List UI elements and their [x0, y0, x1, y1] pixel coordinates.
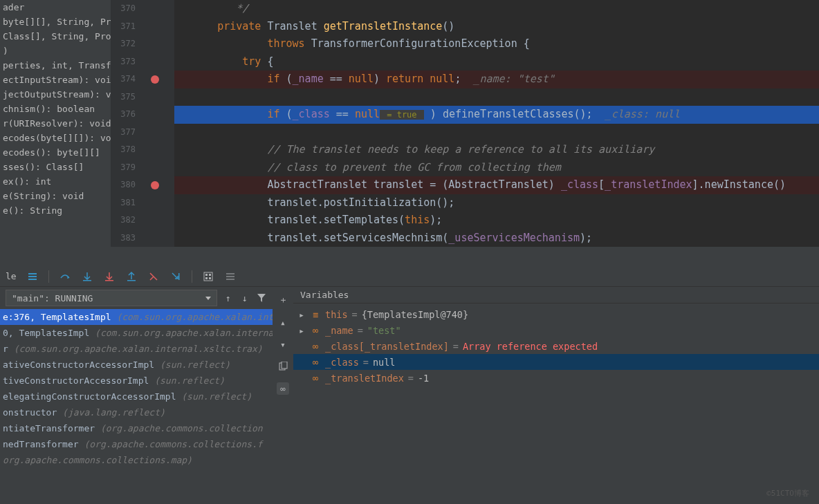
code-area[interactable]: */ private Translet getTransletInstance(… [174, 0, 819, 247]
svg-rect-7 [204, 272, 212, 281]
plus-icon[interactable]: ＋ [277, 294, 289, 306]
line-number[interactable]: 371 [111, 18, 136, 36]
stack-frame[interactable]: ativeConstructorAccessorImpl (sun.reflec… [0, 357, 273, 373]
line-number[interactable]: 378 [111, 141, 136, 159]
code-line-378[interactable]: // The translet needs to keep a referenc… [174, 141, 819, 159]
code-editor[interactable]: 3703713723733743753763773783793803813823… [111, 0, 819, 247]
code-line-382[interactable]: translet.setTemplates(this); [174, 212, 819, 230]
structure-item[interactable]: jectOutputStream): v [0, 87, 111, 102]
copy-icon[interactable] [277, 360, 289, 373]
structure-item[interactable]: ex(): int [0, 174, 111, 189]
svg-rect-5 [127, 280, 136, 281]
variable-row[interactable]: ▸∞_name = "test" [293, 322, 819, 338]
trace-icon[interactable] [224, 270, 237, 283]
frame-list[interactable]: e:376, TemplatesImpl (com.sun.org.apache… [0, 309, 273, 504]
svg-rect-11 [209, 277, 211, 279]
structure-item[interactable]: r(URIResolver): void [0, 116, 111, 131]
run-to-cursor-icon[interactable] [169, 270, 182, 283]
line-number[interactable]: 382 [111, 212, 136, 230]
svg-rect-4 [105, 280, 113, 281]
gutter-markers [138, 0, 174, 247]
filter-icon[interactable] [256, 292, 267, 304]
breakpoint-icon[interactable] [151, 75, 159, 84]
frames-header: "main": RUNNING ↑ ↓ [0, 287, 273, 309]
structure-item[interactable]: ecodes(byte[][]): void [0, 131, 111, 145]
code-line-371[interactable]: private Translet getTransletInstance() [174, 18, 819, 36]
expand-icon[interactable]: ▸ [299, 309, 306, 320]
code-line-376[interactable]: if (_class == null = true ) defineTransl… [174, 106, 819, 124]
structure-item[interactable]: perties, int, Transform [0, 58, 111, 73]
arrow-down-icon[interactable]: ↓ [239, 292, 250, 304]
structure-item[interactable]: ectInputStream): void [0, 73, 111, 87]
line-number[interactable]: 372 [111, 35, 136, 53]
thread-selector[interactable]: "main": RUNNING [6, 290, 217, 306]
step-out-icon[interactable] [125, 270, 138, 283]
stack-frame[interactable]: ntiateTransformer (org.apache.commons.co… [0, 420, 273, 436]
debug-toolbar: le [0, 266, 819, 287]
line-number[interactable]: 377 [111, 124, 136, 142]
code-line-375[interactable] [174, 88, 819, 106]
line-number[interactable]: 375 [111, 88, 136, 106]
svg-rect-10 [205, 277, 208, 279]
step-over-icon[interactable] [59, 270, 71, 283]
code-line-372[interactable]: throws TransformerConfigurationException… [174, 35, 819, 53]
structure-item[interactable]: ader [0, 0, 111, 15]
stack-frame[interactable]: onstructor (java.lang.reflect) [0, 404, 273, 420]
step-into-icon[interactable] [81, 270, 93, 283]
code-line-380[interactable]: AbstractTranslet translet = (AbstractTra… [174, 176, 819, 194]
stack-frame[interactable]: nedTransformer (org.apache.commons.colle… [0, 436, 273, 452]
code-line-370[interactable]: */ [174, 0, 819, 18]
variables-panel: Variables ▸≡this = {TemplatesImpl@740}▸∞… [293, 287, 819, 504]
show-exec-point-icon[interactable] [26, 270, 39, 283]
structure-item[interactable]: chnism(): boolean [0, 102, 111, 116]
structure-item[interactable]: Class[], String, Prope [0, 29, 111, 44]
code-line-383[interactable]: translet.setServicesMechnism(_useService… [174, 230, 819, 248]
code-line-379[interactable]: // class to prevent the GC from collecti… [174, 159, 819, 177]
breakpoint-icon[interactable] [151, 181, 159, 189]
code-line-381[interactable]: translet.postInitialization(); [174, 194, 819, 212]
structure-item[interactable]: e(String): void [0, 189, 111, 203]
svg-rect-1 [28, 273, 37, 274]
stack-frame[interactable]: tiveConstructorAccessorImpl (sun.reflect… [0, 373, 273, 389]
scroll-down-icon[interactable]: ▾ [277, 338, 289, 351]
line-number[interactable]: 373 [111, 53, 136, 71]
variable-row[interactable]: ∞_class = null [293, 354, 819, 370]
watch-icon[interactable]: ∞ [277, 382, 289, 395]
structure-item[interactable]: sses(): Class[] [0, 160, 111, 174]
code-line-373[interactable]: try { [174, 53, 819, 71]
evaluate-icon[interactable] [202, 270, 214, 283]
structure-item[interactable]: e(): String [0, 203, 111, 218]
expand-icon[interactable]: ▸ [299, 325, 306, 336]
scroll-up-icon[interactable]: ▴ [277, 316, 289, 328]
debug-panel: "main": RUNNING ↑ ↓ e:376, TemplatesImpl… [0, 287, 819, 504]
line-number[interactable]: 376 [111, 106, 136, 124]
svg-rect-13 [226, 276, 234, 277]
stack-frame[interactable]: e:376, TemplatesImpl (com.sun.org.apache… [0, 309, 273, 325]
variable-row[interactable]: ∞_class[_transletIndex] = Array referenc… [293, 338, 819, 354]
stack-frame[interactable]: r (com.sun.org.apache.xalan.internal.xsl… [0, 341, 273, 357]
divider [0, 247, 819, 266]
line-number[interactable]: 381 [111, 194, 136, 212]
line-number[interactable]: 374 [111, 71, 136, 88]
variable-row[interactable]: ∞_transletIndex = -1 [293, 370, 819, 386]
variable-row[interactable]: ▸≡this = {TemplatesImpl@740} [293, 306, 819, 322]
force-step-into-icon[interactable] [103, 270, 116, 283]
drop-frame-icon[interactable] [147, 270, 160, 283]
line-number[interactable]: 370 [111, 0, 136, 18]
ide-app: aderbyte[][], String, PropeClass[], Stri… [0, 0, 819, 504]
stack-frame[interactable]: org.apache.commons.collections.map) [0, 452, 273, 468]
stack-frame[interactable]: elegatingConstructorAccessorImpl (sun.re… [0, 389, 273, 404]
svg-rect-14 [226, 279, 234, 280]
arrow-up-icon[interactable]: ↑ [223, 292, 234, 304]
line-number[interactable]: 380 [111, 176, 136, 194]
stack-frame[interactable]: 0, TemplatesImpl (com.sun.org.apache.xal… [0, 325, 273, 341]
line-number[interactable]: 379 [111, 159, 136, 177]
variables-list[interactable]: ▸≡this = {TemplatesImpl@740}▸∞_name = "t… [293, 304, 819, 389]
code-line-374[interactable]: if (_name == null) return null; _name: "… [174, 71, 819, 88]
structure-item[interactable]: byte[][], String, Prope [0, 15, 111, 29]
structure-item[interactable]: ) [0, 44, 111, 58]
structure-item[interactable]: ecodes(): byte[][] [0, 145, 111, 160]
line-number[interactable]: 383 [111, 230, 136, 248]
code-line-377[interactable] [174, 124, 819, 142]
svg-rect-9 [209, 274, 211, 276]
